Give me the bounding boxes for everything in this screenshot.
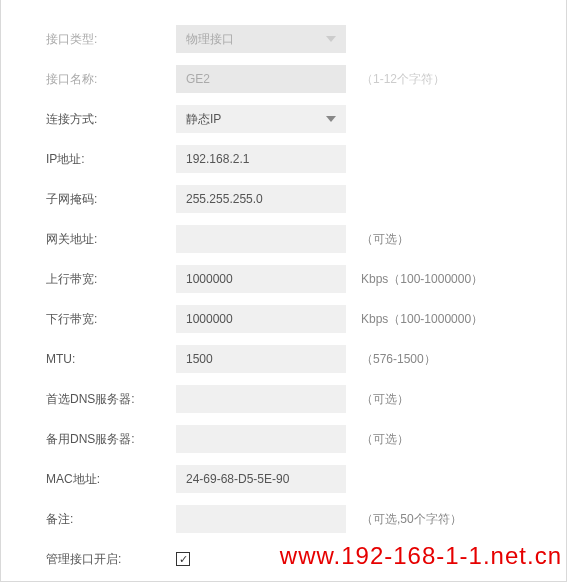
label-gateway: 网关地址: bbox=[46, 231, 176, 248]
hint-backup-dns: （可选） bbox=[361, 431, 409, 448]
checkbox-mgmt-enable[interactable]: ✓ bbox=[176, 552, 190, 566]
label-downstream: 下行带宽: bbox=[46, 311, 176, 328]
label-connection-mode: 连接方式: bbox=[46, 111, 176, 128]
row-mgmt-enable: 管理接口开启: ✓ bbox=[46, 545, 536, 573]
chevron-down-icon bbox=[326, 36, 336, 42]
label-mgmt-enable: 管理接口开启: bbox=[46, 551, 176, 568]
hint-gateway: （可选） bbox=[361, 231, 409, 248]
row-downstream: 下行带宽: Kbps（100-1000000） bbox=[46, 305, 536, 333]
select-interface-type-value: 物理接口 bbox=[186, 31, 234, 48]
input-gateway[interactable] bbox=[176, 225, 346, 253]
hint-remark: （可选,50个字符） bbox=[361, 511, 462, 528]
select-connection-mode-value: 静态IP bbox=[186, 111, 221, 128]
select-interface-type: 物理接口 bbox=[176, 25, 346, 53]
input-upstream[interactable] bbox=[176, 265, 346, 293]
checkmark-icon: ✓ bbox=[179, 554, 188, 565]
input-subnet-mask[interactable] bbox=[176, 185, 346, 213]
chevron-down-icon bbox=[326, 116, 336, 122]
row-mtu: MTU: （576-1500） bbox=[46, 345, 536, 373]
label-primary-dns: 首选DNS服务器: bbox=[46, 391, 176, 408]
label-interface-name: 接口名称: bbox=[46, 71, 176, 88]
label-ip-address: IP地址: bbox=[46, 151, 176, 168]
input-mtu[interactable] bbox=[176, 345, 346, 373]
row-interface-type: 接口类型: 物理接口 bbox=[46, 25, 536, 53]
row-remark: 备注: （可选,50个字符） bbox=[46, 505, 536, 533]
label-interface-type: 接口类型: bbox=[46, 31, 176, 48]
input-mac-address[interactable] bbox=[176, 465, 346, 493]
row-subnet-mask: 子网掩码: bbox=[46, 185, 536, 213]
row-primary-dns: 首选DNS服务器: （可选） bbox=[46, 385, 536, 413]
input-primary-dns[interactable] bbox=[176, 385, 346, 413]
row-mac-address: MAC地址: bbox=[46, 465, 536, 493]
settings-panel: 接口类型: 物理接口 接口名称: （1-12个字符） 连接方式: 静态IP IP… bbox=[0, 0, 567, 582]
row-backup-dns: 备用DNS服务器: （可选） bbox=[46, 425, 536, 453]
label-subnet-mask: 子网掩码: bbox=[46, 191, 176, 208]
hint-primary-dns: （可选） bbox=[361, 391, 409, 408]
hint-interface-name: （1-12个字符） bbox=[361, 71, 445, 88]
hint-upstream: Kbps（100-1000000） bbox=[361, 271, 483, 288]
select-connection-mode[interactable]: 静态IP bbox=[176, 105, 346, 133]
row-interface-name: 接口名称: （1-12个字符） bbox=[46, 65, 536, 93]
input-downstream[interactable] bbox=[176, 305, 346, 333]
row-ip-address: IP地址: bbox=[46, 145, 536, 173]
row-connection-mode: 连接方式: 静态IP bbox=[46, 105, 536, 133]
hint-downstream: Kbps（100-1000000） bbox=[361, 311, 483, 328]
label-mac-address: MAC地址: bbox=[46, 471, 176, 488]
row-upstream: 上行带宽: Kbps（100-1000000） bbox=[46, 265, 536, 293]
label-upstream: 上行带宽: bbox=[46, 271, 176, 288]
input-backup-dns[interactable] bbox=[176, 425, 346, 453]
input-remark[interactable] bbox=[176, 505, 346, 533]
label-mtu: MTU: bbox=[46, 352, 176, 366]
label-backup-dns: 备用DNS服务器: bbox=[46, 431, 176, 448]
row-gateway: 网关地址: （可选） bbox=[46, 225, 536, 253]
input-ip-address[interactable] bbox=[176, 145, 346, 173]
input-interface-name bbox=[176, 65, 346, 93]
label-remark: 备注: bbox=[46, 511, 176, 528]
hint-mtu: （576-1500） bbox=[361, 351, 436, 368]
